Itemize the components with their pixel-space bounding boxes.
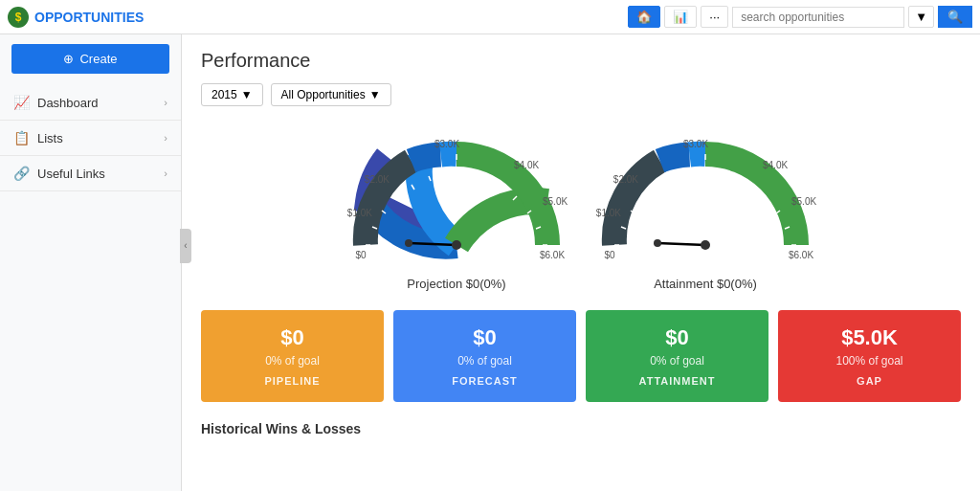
attainment-amount: $0	[595, 325, 759, 350]
svg-text:$2.0K: $2.0K	[365, 174, 390, 185]
svg-text:$0: $0	[355, 250, 367, 260]
historical-section-title: Historical Wins & Losses	[201, 421, 961, 436]
page-title: Performance	[201, 50, 961, 72]
svg-line-30	[678, 176, 679, 181]
chart-button[interactable]: 📊	[664, 6, 697, 28]
chevron-right-icon: ›	[164, 167, 167, 179]
svg-point-42	[654, 239, 661, 247]
forecast-amount: $0	[403, 325, 567, 350]
svg-line-33	[714, 171, 715, 176]
gap-amount: $5.0K	[788, 325, 951, 350]
svg-line-9	[482, 176, 484, 181]
svg-line-36	[762, 196, 766, 200]
home-button[interactable]: 🏠	[628, 6, 660, 28]
svg-text:$0: $0	[604, 250, 615, 260]
filters: 2015 ▼ All Opportunities ▼	[201, 83, 961, 106]
sidebar-item-label: Useful Links	[37, 167, 105, 181]
svg-text:$1.0K: $1.0K	[347, 208, 372, 218]
svg-line-34	[731, 176, 733, 181]
brand-label: OPPORTUNITIES	[34, 10, 144, 25]
svg-text:$2.0K: $2.0K	[613, 174, 638, 185]
attainment-type: ATTAINMENT	[595, 375, 759, 387]
svg-point-17	[405, 239, 412, 247]
svg-text:$4.0K: $4.0K	[763, 160, 788, 170]
svg-line-31	[696, 171, 697, 176]
chevron-right-icon: ›	[164, 132, 167, 144]
year-filter[interactable]: 2015 ▼	[201, 83, 263, 106]
coin-icon: $	[8, 7, 29, 28]
forecast-percent: 0% of goal	[403, 354, 567, 368]
create-button[interactable]: ⊕ Create	[11, 44, 169, 74]
gauges-row: $0 $1.0K $2.0K $3.0K $4.0K $5.0K $6.0K P…	[201, 125, 961, 291]
svg-line-40	[657, 243, 705, 245]
svg-text:$5.0K: $5.0K	[791, 196, 816, 207]
svg-text:$6.0K: $6.0K	[540, 250, 565, 260]
attainment-label: Attainment $0(0%)	[654, 277, 757, 291]
cards-row: $0 0% of goal PIPELINE $0 0% of goal FOR…	[201, 310, 961, 402]
sidebar-item-useful-links[interactable]: 🔗 Useful Links ›	[0, 156, 181, 191]
svg-text:$1.0K: $1.0K	[596, 208, 621, 218]
brand: $ OPPORTUNITIES	[8, 7, 144, 28]
create-icon: ⊕	[63, 52, 74, 66]
sidebar-item-label: Dashboard	[37, 96, 99, 110]
year-value: 2015	[212, 88, 237, 101]
svg-point-41	[701, 240, 710, 250]
more-button[interactable]: ···	[701, 6, 728, 28]
lists-icon: 📋	[13, 130, 30, 145]
pipeline-type: PIPELINE	[211, 375, 374, 387]
svg-text:$4.0K: $4.0K	[514, 160, 539, 170]
projection-gauge-svg: $0 $1.0K $2.0K $3.0K $4.0K $5.0K $6.0K	[351, 125, 562, 269]
svg-line-3	[396, 196, 400, 200]
opportunities-filter[interactable]: All Opportunities ▼	[271, 83, 391, 106]
pipeline-card: $0 0% of goal PIPELINE	[201, 310, 384, 402]
svg-text:$5.0K: $5.0K	[543, 196, 568, 207]
attainment-gauge: $0 $1.0K $2.0K $3.0K $4.0K $5.0K $6.0K A…	[600, 125, 811, 291]
sidebar-item-lists[interactable]: 📋 Lists ›	[0, 121, 181, 156]
layout: ⊕ Create 📈 Dashboard › 📋 Lists › 🔗 Usefu…	[0, 34, 980, 491]
gap-type: GAP	[788, 375, 951, 387]
projection-gauge: $0 $1.0K $2.0K $3.0K $4.0K $5.0K $6.0K P…	[351, 125, 562, 291]
main-content: Performance 2015 ▼ All Opportunities ▼	[182, 34, 980, 491]
sidebar-item-label: Lists	[37, 131, 63, 145]
pipeline-amount: $0	[211, 325, 374, 350]
svg-line-35	[747, 185, 750, 190]
svg-point-16	[452, 240, 461, 250]
pipeline-percent: 0% of goal	[211, 354, 374, 368]
opportunities-dropdown-icon: ▼	[369, 88, 381, 101]
navbar: $ OPPORTUNITIES 🏠 📊 ··· ▼ 🔍	[0, 0, 980, 34]
projection-label: Projection $0(0%)	[407, 277, 505, 291]
gap-percent: 100% of goal	[788, 354, 951, 368]
attainment-card: $0 0% of goal ATTAINMENT	[586, 310, 768, 402]
gap-card: $5.0K 100% of goal GAP	[778, 310, 961, 402]
links-icon: 🔗	[13, 166, 30, 181]
search-input[interactable]	[732, 7, 904, 28]
search-dropdown[interactable]: ▼	[908, 6, 934, 28]
sidebar-collapse-handle[interactable]: ‹	[180, 229, 191, 263]
attainment-gauge-svg: $0 $1.0K $2.0K $3.0K $4.0K $5.0K $6.0K	[600, 125, 811, 269]
svg-text:$3.0K: $3.0K	[434, 139, 459, 149]
svg-line-29	[660, 185, 663, 190]
chevron-right-icon: ›	[164, 97, 167, 108]
forecast-type: FORECAST	[403, 375, 567, 387]
create-label: Create	[79, 52, 117, 66]
svg-text:$6.0K: $6.0K	[789, 250, 813, 260]
svg-text:$3.0K: $3.0K	[683, 139, 708, 149]
forecast-card: $0 0% of goal FORECAST	[393, 310, 576, 402]
svg-line-6	[447, 171, 448, 176]
sidebar: ⊕ Create 📈 Dashboard › 📋 Lists › 🔗 Usefu…	[0, 34, 182, 491]
svg-line-28	[645, 196, 649, 200]
navbar-right: 🏠 📊 ··· ▼ 🔍	[628, 6, 972, 28]
opportunities-value: All Opportunities	[281, 88, 366, 101]
year-dropdown-icon: ▼	[241, 88, 253, 101]
svg-line-10	[499, 185, 501, 190]
search-button[interactable]: 🔍	[938, 6, 972, 28]
sidebar-item-dashboard[interactable]: 📈 Dashboard ›	[0, 85, 181, 121]
dashboard-icon: 📈	[13, 95, 30, 110]
svg-line-8	[465, 171, 466, 176]
attainment-percent: 0% of goal	[595, 354, 759, 368]
